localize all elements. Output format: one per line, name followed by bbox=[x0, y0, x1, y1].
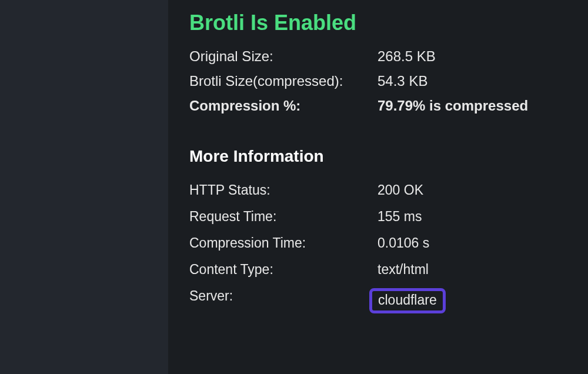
content-type-label: Content Type: bbox=[189, 262, 377, 278]
request-time-row: Request Time: 155 ms bbox=[189, 209, 569, 225]
content-type-value: text/html bbox=[377, 262, 569, 278]
compression-pct-value: 79.79% is compressed bbox=[377, 98, 569, 114]
original-size-value: 268.5 KB bbox=[377, 48, 569, 65]
compression-time-label: Compression Time: bbox=[189, 235, 377, 251]
server-value-wrapper: cloudflare bbox=[377, 288, 569, 313]
compression-pct-row: Compression %: 79.79% is compressed bbox=[189, 98, 569, 114]
original-size-row: Original Size: 268.5 KB bbox=[189, 48, 569, 65]
server-value: cloudflare bbox=[378, 292, 437, 308]
http-status-row: HTTP Status: 200 OK bbox=[189, 182, 569, 198]
compression-time-row: Compression Time: 0.0106 s bbox=[189, 235, 569, 251]
brotli-size-value: 54.3 KB bbox=[377, 73, 569, 89]
http-status-value: 200 OK bbox=[377, 182, 569, 198]
request-time-value: 155 ms bbox=[377, 209, 569, 225]
compression-time-value: 0.0106 s bbox=[377, 235, 569, 251]
more-info-section: HTTP Status: 200 OK Request Time: 155 ms… bbox=[189, 182, 569, 313]
request-time-label: Request Time: bbox=[189, 209, 377, 225]
compression-pct-label: Compression %: bbox=[189, 98, 377, 114]
http-status-label: HTTP Status: bbox=[189, 182, 377, 198]
server-label: Server: bbox=[189, 288, 377, 313]
more-info-title: More Information bbox=[189, 147, 569, 166]
original-size-label: Original Size: bbox=[189, 48, 377, 65]
brotli-size-label: Brotli Size(compressed): bbox=[189, 73, 377, 89]
brotli-size-row: Brotli Size(compressed): 54.3 KB bbox=[189, 73, 569, 89]
content-type-row: Content Type: text/html bbox=[189, 262, 569, 278]
server-row: Server: cloudflare bbox=[189, 288, 569, 313]
server-value-highlight: cloudflare bbox=[369, 288, 446, 313]
sidebar bbox=[0, 0, 168, 374]
main-content: Brotli Is Enabled Original Size: 268.5 K… bbox=[168, 0, 588, 374]
page-title: Brotli Is Enabled bbox=[189, 11, 569, 35]
